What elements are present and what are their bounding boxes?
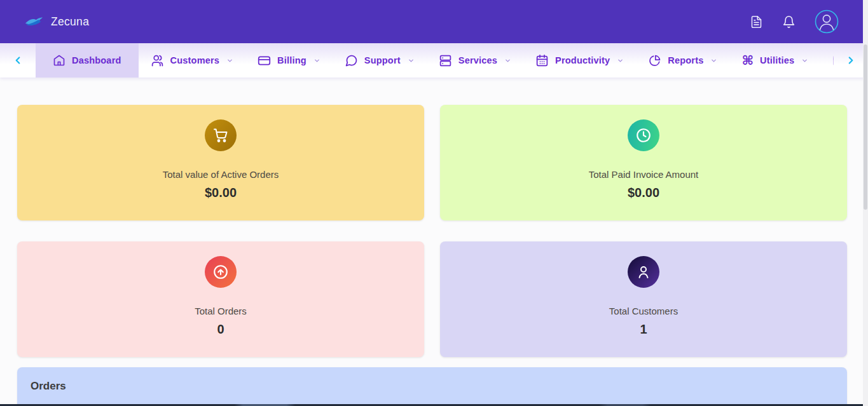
shopping-cart-icon (205, 119, 237, 151)
arrow-up-circle-icon (205, 256, 237, 288)
card-value: $0.00 (628, 186, 659, 200)
tab-label: Services (458, 55, 497, 65)
clock-icon (628, 119, 659, 151)
vertical-scrollbar[interactable] (863, 0, 868, 406)
chevron-down-icon (313, 57, 320, 64)
tab-services[interactable]: Services (427, 43, 523, 78)
main-nav: Dashboard Customers Billing (0, 43, 868, 78)
tab-label: Billing (277, 55, 307, 65)
chevron-down-icon (226, 57, 233, 64)
tab-label: Customers (170, 55, 220, 65)
tab-dashboard[interactable]: Dashboard (36, 43, 139, 78)
top-bar: Zecuna (0, 0, 868, 43)
tab-billing[interactable]: Billing (245, 43, 333, 78)
scrollbar-thumb[interactable] (864, 44, 867, 210)
chat-icon (345, 54, 358, 67)
command-icon: ⌘ (741, 54, 754, 67)
tab-label: Productivity (555, 55, 610, 65)
card-label: Total value of Active Orders (163, 169, 279, 180)
card-value: $0.00 (205, 186, 237, 200)
brand-logo[interactable]: Zecuna (24, 15, 89, 29)
tab-productivity[interactable]: Productivity (523, 43, 636, 78)
card-label: Total Customers (609, 306, 678, 316)
orders-panel-title: Orders (31, 380, 847, 393)
card-total-orders: Total Orders 0 (17, 241, 424, 357)
bell-icon[interactable] (782, 15, 796, 29)
credit-card-icon (258, 54, 271, 67)
user-icon (628, 256, 659, 288)
nav-scroll-left-icon[interactable] (0, 43, 36, 78)
orders-panel: Orders (17, 367, 847, 406)
tab-appearance[interactable]: Appearanc (820, 43, 834, 78)
chevron-down-icon (408, 57, 415, 64)
card-total-active-orders: Total value of Active Orders $0.00 (17, 105, 424, 220)
chevron-down-icon (710, 57, 717, 64)
tab-label: Reports (668, 55, 703, 65)
home-icon (53, 54, 65, 67)
card-label: Total Orders (195, 306, 247, 316)
card-value: 1 (640, 322, 647, 337)
tab-reports[interactable]: Reports (636, 43, 729, 78)
nav-items: Dashboard Customers Billing (36, 43, 834, 78)
tab-support[interactable]: Support (333, 43, 427, 78)
card-value: 0 (217, 322, 224, 337)
tab-label: Support (364, 55, 401, 65)
stats-grid: Total value of Active Orders $0.00 Total… (17, 105, 847, 357)
header-actions (750, 10, 839, 34)
chevron-down-icon (801, 57, 808, 64)
server-icon (439, 54, 452, 67)
card-total-paid-invoice: Total Paid Invoice Amount $0.00 (440, 105, 847, 220)
calendar-icon (535, 54, 549, 67)
tab-label: Utilities (760, 55, 794, 65)
tab-utilities[interactable]: ⌘ Utilities (729, 43, 820, 78)
tab-customers[interactable]: Customers (139, 43, 246, 78)
chevron-down-icon (504, 57, 511, 64)
brand-name: Zecuna (51, 15, 89, 29)
bird-logo-icon (24, 15, 43, 28)
document-icon[interactable] (750, 15, 763, 29)
pie-chart-icon (648, 54, 661, 67)
chevron-down-icon (617, 57, 624, 64)
card-label: Total Paid Invoice Amount (589, 169, 699, 180)
card-total-customers: Total Customers 1 (440, 241, 847, 357)
avatar[interactable] (815, 10, 839, 34)
users-icon (151, 54, 164, 67)
tab-label: Dashboard (72, 55, 121, 65)
